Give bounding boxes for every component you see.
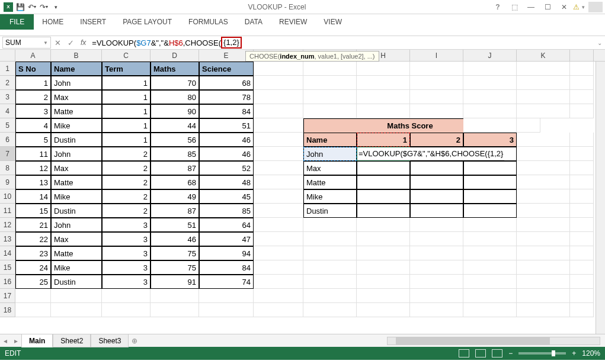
ribbon-display-options[interactable]: ⬚ bbox=[507, 2, 522, 12]
cell[interactable] bbox=[570, 218, 594, 232]
cell[interactable] bbox=[463, 161, 517, 175]
cell[interactable] bbox=[570, 289, 594, 303]
cell[interactable]: S No bbox=[15, 62, 51, 76]
cell[interactable] bbox=[357, 289, 410, 303]
cell[interactable] bbox=[463, 118, 517, 133]
sheet-tab-sheet2[interactable]: Sheet2 bbox=[53, 334, 91, 347]
row-header[interactable]: 15 bbox=[0, 260, 15, 275]
col-header[interactable]: I bbox=[410, 50, 463, 61]
cell[interactable]: 47 bbox=[199, 232, 254, 246]
redo-icon[interactable]: ↷▾ bbox=[39, 2, 49, 12]
cell[interactable] bbox=[254, 275, 303, 289]
tab-review[interactable]: REVIEW bbox=[271, 14, 315, 30]
fx-icon[interactable]: fx bbox=[77, 38, 89, 47]
chevron-down-icon[interactable]: ▼ bbox=[43, 40, 48, 46]
cell[interactable]: 2 bbox=[102, 147, 151, 161]
col-header[interactable]: D bbox=[151, 50, 199, 61]
normal-view-icon[interactable] bbox=[459, 349, 469, 357]
cell[interactable] bbox=[303, 218, 357, 232]
cell[interactable] bbox=[199, 303, 254, 317]
cell[interactable]: John bbox=[303, 147, 357, 161]
tab-insert[interactable]: INSERT bbox=[72, 14, 114, 30]
cell[interactable] bbox=[517, 161, 570, 175]
cell[interactable]: Dustin bbox=[303, 204, 357, 218]
zoom-slider[interactable] bbox=[518, 352, 566, 355]
cell[interactable]: 21 bbox=[15, 218, 51, 232]
cancel-formula-button[interactable]: ✕ bbox=[51, 38, 64, 47]
horizontal-scrollbar[interactable] bbox=[387, 337, 600, 345]
cell[interactable] bbox=[357, 189, 410, 204]
close-button[interactable]: ✕ bbox=[556, 2, 572, 12]
cell[interactable] bbox=[254, 303, 303, 317]
cell[interactable] bbox=[410, 76, 463, 90]
cell[interactable] bbox=[517, 204, 570, 218]
cell[interactable] bbox=[570, 189, 594, 204]
cell[interactable]: 91 bbox=[151, 275, 199, 289]
excel-icon[interactable]: X bbox=[4, 2, 13, 12]
cell[interactable]: 3 bbox=[102, 275, 151, 289]
cell[interactable] bbox=[517, 275, 570, 289]
cell[interactable] bbox=[357, 62, 410, 76]
cell[interactable] bbox=[570, 232, 594, 246]
cell[interactable] bbox=[410, 246, 463, 260]
undo-icon[interactable]: ↶▾ bbox=[27, 2, 37, 12]
col-header[interactable]: B bbox=[51, 50, 102, 61]
cell[interactable] bbox=[254, 76, 303, 90]
cell[interactable]: Name bbox=[51, 62, 102, 76]
cell[interactable]: Matte bbox=[51, 246, 102, 260]
cell[interactable]: 75 bbox=[151, 260, 199, 275]
cell[interactable] bbox=[254, 289, 303, 303]
row-header[interactable]: 10 bbox=[0, 189, 15, 204]
cell[interactable]: 74 bbox=[199, 275, 254, 289]
cell[interactable] bbox=[463, 303, 517, 317]
cell[interactable] bbox=[517, 246, 570, 260]
sheet-tab-sheet3[interactable]: Sheet3 bbox=[91, 334, 129, 347]
cell[interactable]: 1 bbox=[102, 90, 151, 104]
cell[interactable] bbox=[517, 260, 570, 275]
row-header[interactable]: 11 bbox=[0, 204, 15, 218]
row-header[interactable]: 13 bbox=[0, 232, 15, 246]
cell[interactable]: 68 bbox=[199, 76, 254, 90]
cell[interactable] bbox=[254, 118, 303, 133]
tab-page-layout[interactable]: PAGE LAYOUT bbox=[114, 14, 180, 30]
cell[interactable] bbox=[463, 189, 517, 204]
cell[interactable]: 14 bbox=[15, 189, 51, 204]
cell[interactable]: 4 bbox=[15, 118, 51, 133]
cell[interactable]: 2 bbox=[102, 175, 151, 189]
tab-view[interactable]: VIEW bbox=[315, 14, 350, 30]
cell[interactable]: 85 bbox=[199, 204, 254, 218]
cell[interactable] bbox=[51, 289, 102, 303]
cell[interactable] bbox=[570, 90, 594, 104]
cell[interactable] bbox=[254, 104, 303, 118]
cell[interactable] bbox=[463, 76, 517, 90]
cell[interactable] bbox=[357, 246, 410, 260]
cell[interactable]: 70 bbox=[151, 76, 199, 90]
select-all-corner[interactable] bbox=[0, 50, 15, 61]
tab-formulas[interactable]: FORMULAS bbox=[180, 14, 236, 30]
cell[interactable] bbox=[570, 62, 594, 76]
cell[interactable]: 87 bbox=[151, 204, 199, 218]
cell[interactable] bbox=[303, 275, 357, 289]
cell[interactable] bbox=[303, 62, 357, 76]
row-header[interactable]: 16 bbox=[0, 275, 15, 289]
cell[interactable]: 25 bbox=[15, 275, 51, 289]
col-header[interactable]: J bbox=[463, 50, 517, 61]
cell[interactable]: 2 bbox=[102, 204, 151, 218]
cell[interactable] bbox=[463, 62, 517, 76]
cell[interactable] bbox=[254, 90, 303, 104]
user-avatar[interactable] bbox=[588, 2, 603, 12]
help-button[interactable]: ? bbox=[490, 2, 505, 12]
cell[interactable]: 1 bbox=[15, 76, 51, 90]
page-layout-view-icon[interactable] bbox=[475, 349, 486, 357]
cell[interactable]: 2 bbox=[15, 90, 51, 104]
cell[interactable]: 12 bbox=[15, 161, 51, 175]
cell[interactable]: Max bbox=[303, 161, 357, 175]
cell[interactable] bbox=[570, 161, 594, 175]
cell[interactable] bbox=[254, 232, 303, 246]
cell[interactable]: 52 bbox=[199, 161, 254, 175]
cell[interactable] bbox=[570, 76, 594, 90]
vertical-scrollbar[interactable] bbox=[596, 62, 605, 334]
cell[interactable]: Term bbox=[102, 62, 151, 76]
cell[interactable] bbox=[357, 218, 410, 232]
cell[interactable] bbox=[570, 275, 594, 289]
